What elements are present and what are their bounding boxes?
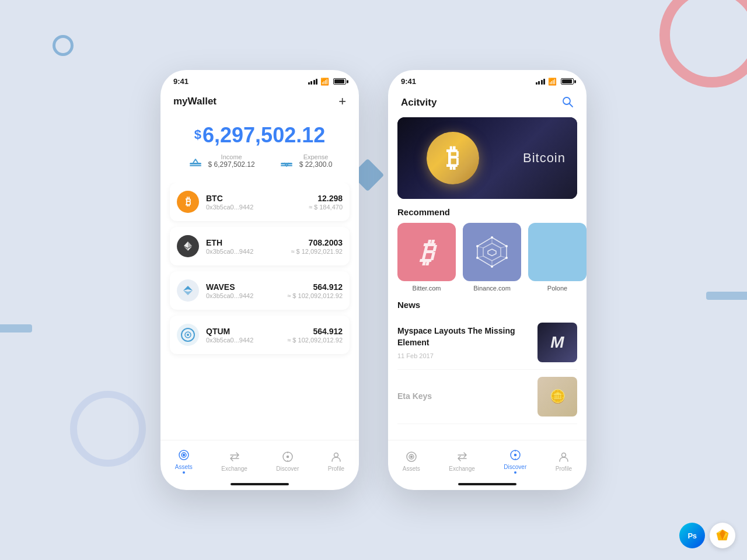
status-time-2: 9:41	[401, 77, 416, 86]
sketch-logo	[710, 523, 735, 548]
eth-usd: ≈ $ 12,092,021.92	[291, 248, 343, 255]
expense-value: $ 22,300.0	[299, 160, 333, 169]
bg-decoration-bar-right	[706, 292, 747, 300]
nav-assets-2[interactable]: Assets	[396, 448, 427, 474]
polone-card	[528, 223, 587, 281]
svg-point-20	[563, 97, 570, 104]
dollar-sign: $	[194, 127, 201, 142]
eth-amount: 708.2003	[291, 238, 343, 247]
qtum-name: QTUM	[206, 327, 287, 336]
svg-rect-0	[190, 163, 201, 164]
news-content-1: Myspace Layouts The Missing Element 11 F…	[397, 326, 530, 359]
recommend-item-binance[interactable]: Binance.com	[463, 223, 521, 292]
wallet-title: myWallet	[173, 96, 217, 107]
profile-label-2: Profile	[556, 466, 572, 472]
balance-display: $6,297,502.12	[160, 123, 359, 148]
activity-title: Acitvity	[401, 97, 437, 108]
eth-value: 708.2003 ≈ $ 12,092,021.92	[291, 238, 343, 255]
income-info: Income $ 6,297,502.12	[208, 153, 255, 169]
add-button[interactable]: +	[338, 95, 346, 108]
svg-marker-23	[483, 243, 501, 261]
nav-exchange-1[interactable]: Exchange	[214, 448, 254, 474]
nav-assets-1[interactable]: Assets	[168, 446, 200, 476]
crypto-item-qtum[interactable]: QTUM 0x3b5ca0...9442 564.912 ≈ $ 102,092…	[170, 316, 350, 354]
binance-card	[463, 223, 521, 281]
nav-exchange-2[interactable]: Exchange	[442, 448, 481, 474]
waves-amount: 564.912	[287, 282, 343, 292]
bitcoin-b-icon: ₿	[420, 236, 434, 268]
btc-info: BTC 0x3b5ca0...9442	[206, 194, 309, 211]
svg-point-34	[491, 265, 493, 268]
svg-point-35	[476, 257, 479, 259]
activity-header: Acitvity	[388, 89, 587, 117]
expense-info: Expense $ 22,300.0	[299, 153, 333, 169]
crypto-list: ₿ BTC 0x3b5ca0...9442 12.298 ≈ $ 184,470…	[160, 183, 359, 440]
search-button[interactable]	[561, 95, 574, 110]
phones-container: 9:41 📶 myWallet + $6,297,50	[160, 70, 587, 490]
svg-point-11	[187, 334, 189, 336]
recommend-item-polone[interactable]: Polone	[528, 223, 587, 292]
news-thumb-2: 🪙	[537, 377, 577, 416]
svg-line-21	[570, 104, 573, 107]
news-title: News	[388, 292, 587, 316]
recommend-item-bitter[interactable]: ₿ Bitter.com	[397, 223, 456, 292]
status-time-1: 9:41	[173, 77, 189, 86]
wifi-icon: 📶	[320, 78, 329, 86]
assets-icon	[177, 449, 190, 461]
bottom-nav-2: Assets Exchange	[388, 440, 587, 481]
profile-label-1: Profile	[328, 466, 344, 472]
nav-discover-1[interactable]: Discover	[269, 448, 306, 474]
exchange-label-1: Exchange	[221, 466, 247, 472]
balance-amount: 6,297,502.12	[203, 123, 325, 147]
income-value: $ 6,297,502.12	[208, 160, 255, 169]
balance-section: $6,297,502.12 Income $ 6,297,502.12	[160, 117, 359, 183]
svg-point-33	[505, 257, 508, 259]
discover-label-1: Discover	[276, 466, 299, 472]
income-expense-row: Income $ 6,297,502.12 Expense $ 22,300.0	[160, 153, 359, 171]
sketch-icon	[715, 528, 729, 542]
status-icons-1: 📶	[308, 78, 347, 86]
exchange-icon-2	[456, 450, 469, 463]
qtum-value: 564.912 ≈ $ 102,092,012.92	[287, 327, 343, 344]
discover-label-2: Discover	[504, 464, 526, 470]
binance-label: Binance.com	[473, 285, 511, 292]
waves-name: WAVES	[206, 282, 287, 292]
qtum-usd: ≈ $ 102,092,012.92	[287, 337, 343, 344]
svg-point-36	[476, 245, 479, 247]
status-bar-1: 9:41 📶	[160, 70, 359, 89]
nav-active-dot-1	[183, 471, 185, 474]
photoshop-logo: Ps	[679, 523, 705, 548]
income-icon	[187, 155, 204, 171]
waves-logo	[177, 279, 199, 302]
assets-label-2: Assets	[403, 466, 420, 472]
nav-profile-1[interactable]: Profile	[321, 448, 351, 474]
expense-icon	[278, 155, 295, 171]
bg-decoration-circle-large	[70, 391, 146, 467]
assets-icon-2	[405, 450, 418, 463]
crypto-item-eth[interactable]: ETH 0x3b5ca0...9442 708.2003 ≈ $ 12,092,…	[170, 227, 350, 265]
nav-profile-2[interactable]: Profile	[549, 448, 579, 474]
btc-amount: 12.298	[309, 194, 343, 203]
bitcoin-coin: ₿	[427, 132, 479, 184]
qtum-amount: 564.912	[287, 327, 343, 336]
svg-point-41	[514, 454, 516, 456]
income-item: Income $ 6,297,502.12	[187, 153, 255, 171]
btc-name: BTC	[206, 194, 309, 203]
crypto-item-waves[interactable]: WAVES 0x3b5ca0...9442 564.912 ≈ $ 102,09…	[170, 271, 350, 310]
bitcoin-bg: ₿ Bitcoin	[397, 117, 577, 199]
btc-logo: ₿	[177, 191, 199, 213]
eth-logo	[177, 235, 199, 257]
news-item-2[interactable]: Eta Keys 🪙	[397, 370, 577, 424]
waves-address: 0x3b5ca0...9442	[206, 292, 287, 299]
profile-icon-2	[557, 450, 570, 463]
svg-marker-8	[183, 286, 193, 290]
qtum-logo	[177, 324, 199, 346]
crypto-item-btc[interactable]: ₿ BTC 0x3b5ca0...9442 12.298 ≈ $ 184,470	[170, 183, 350, 221]
eth-address: 0x3b5ca0...9442	[206, 248, 291, 255]
wifi-icon-2: 📶	[548, 78, 557, 86]
news-thumb-1: M	[537, 323, 577, 362]
nav-discover-2[interactable]: Discover	[497, 446, 533, 476]
news-item-1[interactable]: Myspace Layouts The Missing Element 11 F…	[397, 316, 577, 370]
qtum-address: 0x3b5ca0...9442	[206, 337, 287, 344]
exchange-icon-1	[228, 450, 241, 463]
